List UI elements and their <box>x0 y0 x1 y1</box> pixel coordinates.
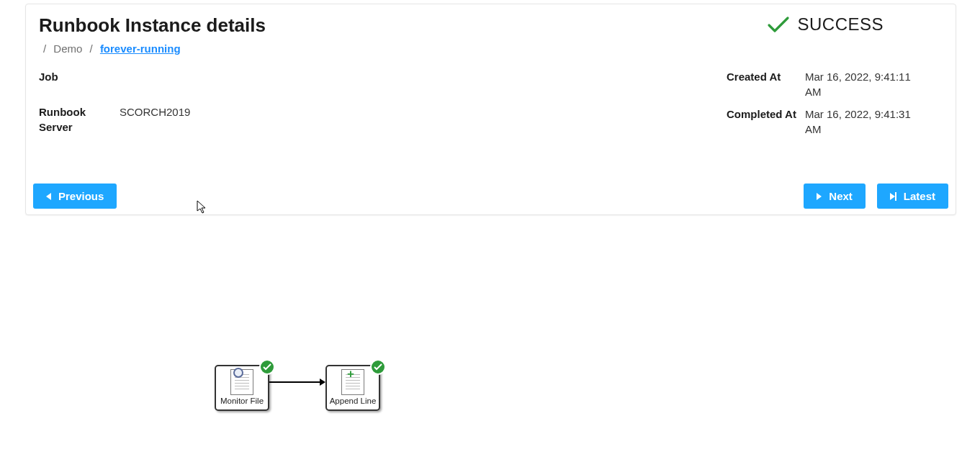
workflow-node-append-line[interactable]: + Append Line <box>325 365 380 411</box>
workflow-canvas[interactable]: Monitor File + Append Line <box>0 198 980 462</box>
success-badge-icon <box>370 359 386 375</box>
breadcrumb-separator: / <box>90 42 93 55</box>
job-label: Job <box>39 69 120 84</box>
breadcrumb-link-forever-running[interactable]: forever-running <box>100 42 181 55</box>
workflow-connector <box>269 381 320 383</box>
server-label: Runbook Server <box>39 104 120 135</box>
status-badge: SUCCESS <box>767 14 884 35</box>
workflow-node-label: Monitor File <box>220 397 264 406</box>
completed-label: Completed At <box>727 107 805 122</box>
created-label: Created At <box>727 69 805 84</box>
created-value: Mar 16, 2022, 9:41:11 AM <box>805 69 928 99</box>
breadcrumb-level1: Demo <box>53 42 82 55</box>
breadcrumb-separator: / <box>43 42 46 55</box>
checkmark-icon <box>767 16 790 33</box>
status-text: SUCCESS <box>797 14 884 35</box>
workflow-node-label: Append Line <box>330 397 377 406</box>
breadcrumb: / Demo / forever-running <box>39 42 266 55</box>
arrow-right-icon <box>320 379 325 386</box>
workflow-node-monitor-file[interactable]: Monitor File <box>215 365 269 411</box>
completed-value: Mar 16, 2022, 9:41:31 AM <box>805 107 928 137</box>
document-monitor-icon <box>230 369 253 395</box>
page-title: Runbook Instance details <box>39 14 266 37</box>
cursor-icon <box>197 200 207 214</box>
document-append-icon: + <box>341 369 364 395</box>
success-badge-icon <box>259 359 275 375</box>
server-value: SCORCH2019 <box>120 104 190 119</box>
details-panel: Runbook Instance details / Demo / foreve… <box>25 4 956 215</box>
